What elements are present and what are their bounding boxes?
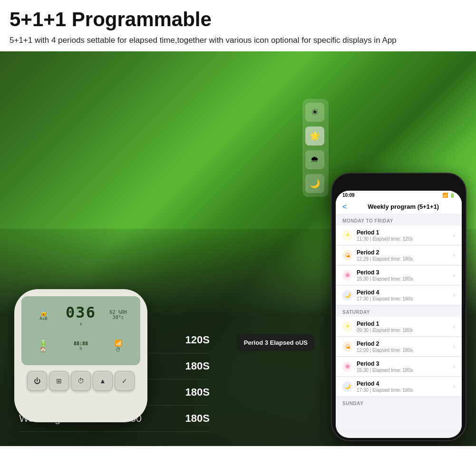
chevron-right-icon: › [453, 383, 455, 390]
chevron-right-icon: › [453, 272, 455, 279]
chevron-right-icon: › [453, 292, 455, 299]
phone-body: 10:09 📶 🔋 < Weekly program (5+1+1) Monda… [331, 173, 466, 441]
chevron-right-icon: › [453, 343, 455, 350]
period-name: Period 3 [357, 360, 449, 367]
phone-section-header-1: Saturday [336, 306, 462, 317]
period-icon: ☀ [342, 321, 353, 332]
device-button-3[interactable]: ▲ [93, 371, 113, 391]
period-name: Period 4 [357, 289, 449, 296]
elapsed-badge: Period 3 Elapsed oUS [237, 334, 314, 351]
phone-header-title: Weekly program (5+1+1) [351, 203, 455, 210]
period-detail: 17:30 | Elapsed time: 180s [357, 388, 449, 393]
chevron-right-icon: › [453, 232, 455, 239]
device-buttons: ⏻⊞⏱▲✓ [21, 371, 140, 391]
period-info: Period 4 17:30 | Elapsed time: 180s [357, 289, 449, 301]
period-icon: 🌤 [342, 250, 353, 261]
screen-humidity: 62 %RH 30°c [100, 300, 136, 330]
chevron-right-icon: › [453, 323, 455, 330]
period-detail: 15:30 | Elapsed time: 180s [357, 276, 449, 282]
period-detail: 11:30 | Elapsed time: 120s [357, 236, 449, 242]
period-icon: 🌸 [342, 361, 353, 372]
period-info: Period 1 11:30 | Elapsed time: 120s [357, 229, 449, 242]
period-card[interactable]: 🌤 Period 2 12:00 | Elapsed time: 180s › [336, 337, 462, 357]
phone-status-bar: 10:09 📶 🔋 [336, 191, 462, 200]
period-card[interactable]: ☀ Period 1 09:30 | Elapsed time: 180s › [336, 317, 462, 337]
watering-duration: 120S [176, 334, 210, 346]
period-info: Period 3 15:30 | Elapsed time: 180s [357, 269, 449, 282]
device-body: 🔒 A+B 036 s 62 %RH 30°c 🔋 🏠 88:88 [14, 289, 147, 422]
period-name: Period 4 [357, 380, 449, 387]
screen-battery: 🔋 🏠 [25, 331, 62, 361]
period-detail: 17:30 | Elapsed time: 180s [357, 296, 449, 301]
watering-duration: 180S [176, 412, 210, 425]
period-card[interactable]: 🌸 Period 3 15:30 | Elapsed time: 180s › [336, 357, 462, 377]
page-title: 5+1+1 Programmable [10, 9, 466, 30]
screen-time-display: 88:88 h [63, 331, 99, 361]
device-button-2[interactable]: ⏱ [71, 371, 91, 391]
period-detail: 15:30 | Elapsed time: 180s [357, 368, 449, 373]
period-icon: 🌤 [342, 341, 353, 352]
phone-time: 10:09 [342, 193, 355, 198]
phone-section-header-2: Sunday [336, 397, 462, 408]
period-info: Period 1 09:30 | Elapsed time: 180s [357, 321, 449, 333]
phone-screen: 10:09 📶 🔋 < Weekly program (5+1+1) Monda… [336, 191, 462, 438]
period-detail: 12:00 | Elapsed time: 180s [357, 348, 449, 353]
image-section: Watering 11:30 120S Watering 12:29 180S … [0, 51, 476, 446]
phone-content: Monday To Friday ☀ Period 1 11:30 | Elap… [336, 214, 462, 432]
period-name: Period 1 [357, 229, 449, 236]
phone-section-header-0: Monday To Friday [336, 214, 462, 225]
period-card[interactable]: 🌸 Period 3 15:30 | Elapsed time: 180s › [336, 266, 462, 285]
chevron-right-icon: › [453, 252, 455, 259]
elapsed-title: Period 3 Elapsed oUS [244, 339, 308, 346]
phone-notch [378, 179, 420, 189]
period-name: Period 2 [357, 340, 449, 347]
period-info: Period 4 17:30 | Elapsed time: 180s [357, 380, 449, 393]
phone-back-button[interactable]: < [342, 203, 347, 211]
screen-lock-icon: 🔒 A+B [25, 300, 62, 330]
top-section: 5+1+1 Programmable 5+1+1 with 4 periods … [0, 0, 476, 51]
watering-duration: 180S [176, 360, 210, 372]
period-card[interactable]: 🌙 Period 4 17:30 | Elapsed time: 180s › [336, 377, 462, 397]
period-icon: 🌙 [342, 290, 353, 301]
device-container: 🔒 A+B 036 s 62 %RH 30°c 🔋 🏠 88:88 [14, 289, 166, 437]
period-icon: 🌸 [342, 270, 353, 281]
period-info: Period 2 12:29 | Elapsed time: 180s [357, 249, 449, 262]
period-name: Period 2 [357, 249, 449, 256]
device-button-1[interactable]: ⊞ [49, 371, 69, 391]
watering-duration: 180S [176, 386, 210, 398]
period-icon: ☀ [342, 230, 353, 241]
period-detail: 12:29 | Elapsed time: 180s [357, 256, 449, 262]
chevron-right-icon: › [453, 363, 455, 370]
period-name: Period 3 [357, 269, 449, 276]
period-icon: 🌙 [342, 381, 353, 392]
period-info: Period 2 12:00 | Elapsed time: 180s [357, 340, 449, 353]
period-name: Period 1 [357, 321, 449, 327]
device-button-0[interactable]: ⏻ [27, 371, 47, 391]
period-card[interactable]: 🌤 Period 2 12:29 | Elapsed time: 180s › [336, 246, 462, 265]
phone-header: < Weekly program (5+1+1) [336, 200, 462, 214]
screen-digits: 036 s [63, 300, 99, 330]
period-card[interactable]: 🌙 Period 4 17:30 | Elapsed time: 180s › [336, 286, 462, 305]
phone-signals: 📶 🔋 [442, 193, 455, 198]
page-subtitle: 5+1+1 with 4 periods settable for elapse… [10, 34, 466, 47]
period-info: Period 3 15:30 | Elapsed time: 180s [357, 360, 449, 373]
device-button-4[interactable]: ✓ [115, 371, 135, 391]
period-detail: 09:30 | Elapsed time: 180s [357, 328, 449, 333]
device-screen: 🔒 A+B 036 s 62 %RH 30°c 🔋 🏠 88:88 [21, 296, 140, 365]
period-card[interactable]: ☀ Period 1 11:30 | Elapsed time: 120s › [336, 226, 462, 245]
phone-container: 10:09 📶 🔋 < Weekly program (5+1+1) Monda… [319, 70, 466, 441]
screen-wifi: 📶 ⏱ [100, 331, 136, 361]
